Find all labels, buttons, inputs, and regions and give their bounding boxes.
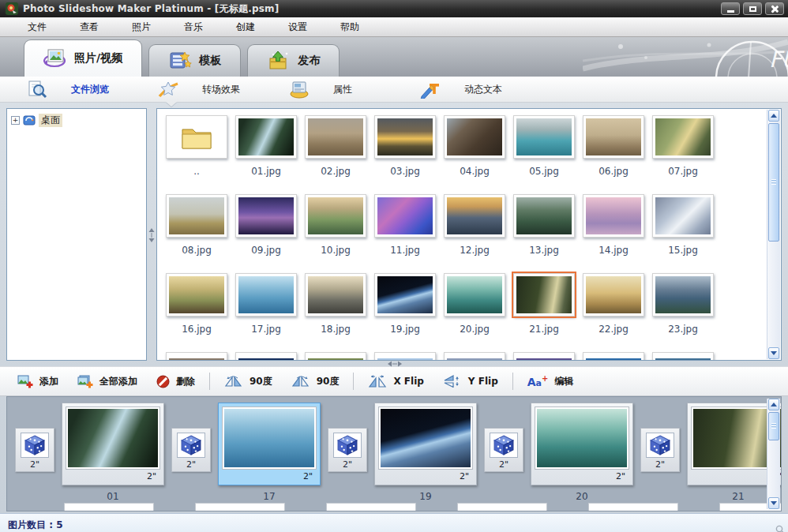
file-item-partial-2[interactable] xyxy=(301,352,370,360)
menu-bar: 文件查看照片音乐创建设置帮助 xyxy=(0,17,788,37)
photo-thumbnail xyxy=(238,118,294,155)
file-item-partial-5[interactable] xyxy=(509,352,579,360)
file-item-partial-4[interactable] xyxy=(440,352,509,360)
transition-item-4[interactable]: 2" xyxy=(640,428,680,472)
transition-item-1[interactable]: 2" xyxy=(171,428,211,472)
transition-item-0[interactable]: 2" xyxy=(15,428,54,472)
file-name: 10.jpg xyxy=(321,245,351,256)
active-section-notch xyxy=(166,102,177,107)
file-item-partial-6[interactable] xyxy=(579,352,648,360)
file-item-9[interactable]: 09.jpg xyxy=(231,194,301,273)
menu-item-3[interactable]: 音乐 xyxy=(167,17,220,36)
file-item-16[interactable]: 16.jpg xyxy=(162,273,231,352)
file-item-8[interactable]: 08.jpg xyxy=(162,194,231,273)
file-name: 05.jpg xyxy=(529,166,559,177)
timeline-row: 2"2"012"2"172"2"192"2"202"2"21 xyxy=(7,397,781,502)
menu-item-5[interactable]: 设置 xyxy=(272,17,324,36)
timeline-slide-1[interactable]: 2"17 xyxy=(218,403,321,502)
ribbon-item-1[interactable]: 转场效果 xyxy=(158,80,289,99)
file-item-20[interactable]: 20.jpg xyxy=(440,273,509,352)
file-item-1[interactable]: 01.jpg xyxy=(231,115,301,194)
ribbon-item-3[interactable]: 动态文本 xyxy=(420,80,551,99)
tree-expand-icon[interactable]: + xyxy=(11,116,20,125)
tree-node-desktop[interactable]: + 桌面 xyxy=(11,114,142,127)
file-item-6[interactable]: 06.jpg xyxy=(579,115,648,194)
add-image-button[interactable]: 添加 xyxy=(8,371,68,392)
file-item-2[interactable]: 02.jpg xyxy=(301,115,370,194)
menu-item-4[interactable]: 创建 xyxy=(220,17,272,36)
file-item-5[interactable]: 05.jpg xyxy=(509,115,579,194)
tab-0[interactable]: 照片/视频 xyxy=(24,39,142,77)
file-item-partial-0[interactable] xyxy=(162,352,231,360)
edit-button[interactable]: Aa+编辑 xyxy=(518,371,583,392)
maximize-button[interactable] xyxy=(743,2,762,15)
tab-1[interactable]: 模板 xyxy=(148,44,241,77)
scroll-down-button[interactable] xyxy=(768,347,779,359)
file-item-12[interactable]: 12.jpg xyxy=(440,194,509,273)
minimize-button[interactable] xyxy=(721,2,740,15)
file-item-7[interactable]: 07.jpg xyxy=(648,115,718,194)
timeline-slide-2[interactable]: 2"19 xyxy=(374,403,477,502)
scroll-down-button[interactable] xyxy=(768,497,779,509)
browser-scrollbar[interactable] xyxy=(767,110,780,359)
scrollbar-thumb[interactable] xyxy=(768,123,779,242)
horizontal-splitter[interactable] xyxy=(0,361,788,366)
timeline-next-row-card xyxy=(588,503,678,511)
menu-item-2[interactable]: 照片 xyxy=(115,17,167,36)
file-item-14[interactable]: 14.jpg xyxy=(579,194,648,273)
file-item-11[interactable]: 11.jpg xyxy=(370,194,440,273)
menu-item-1[interactable]: 查看 xyxy=(63,17,115,36)
folder-icon xyxy=(169,118,224,155)
file-item-17[interactable]: 17.jpg xyxy=(231,273,301,352)
timeline-scrollbar[interactable] xyxy=(767,399,780,509)
file-item-4[interactable]: 04.jpg xyxy=(440,115,509,194)
file-item-partial-3[interactable] xyxy=(370,352,440,360)
timeline-next-row xyxy=(7,503,764,511)
file-item-19[interactable]: 19.jpg xyxy=(370,273,440,352)
transition-item-3[interactable]: 2" xyxy=(484,428,523,472)
transition-item-2[interactable]: 2" xyxy=(328,428,367,472)
file-name: 06.jpg xyxy=(599,166,629,177)
file-item-3[interactable]: 03.jpg xyxy=(370,115,440,194)
timeline-next-row-card xyxy=(457,503,547,511)
arrow-down-icon xyxy=(771,351,777,358)
image-count-text: 图片数目 : 5 xyxy=(8,519,63,532)
timeline-slide-0[interactable]: 2"01 xyxy=(62,403,164,502)
scrollbar-thumb[interactable] xyxy=(768,412,779,440)
file-item-22[interactable]: 22.jpg xyxy=(579,273,648,352)
scroll-up-button[interactable] xyxy=(768,399,779,410)
ribbon-item-0[interactable]: 文件浏览 xyxy=(27,80,158,99)
rotate-right-button[interactable]: 90度 xyxy=(282,371,349,392)
app-window: Photo Slideshow Maker Platinum - [无标题.ps… xyxy=(0,0,788,532)
tab-2[interactable]: 发布 xyxy=(247,44,340,77)
file-item-partial-7[interactable] xyxy=(648,352,718,360)
file-item-15[interactable]: 15.jpg xyxy=(648,194,718,273)
add-all-button[interactable]: 全部添加 xyxy=(68,371,147,392)
y-flip-icon xyxy=(443,375,462,388)
file-item-0[interactable]: .. xyxy=(162,115,231,194)
x-flip-button[interactable]: X Flip xyxy=(358,371,433,392)
add-image-icon xyxy=(17,375,33,388)
close-button[interactable] xyxy=(765,2,784,15)
ribbon-item-2[interactable]: 属性 xyxy=(289,80,420,99)
add-all-icon xyxy=(77,375,93,388)
menu-item-6[interactable]: 帮助 xyxy=(324,17,376,36)
file-name: 21.jpg xyxy=(529,324,559,335)
file-item-23[interactable]: 23.jpg xyxy=(648,273,718,352)
file-item-13[interactable]: 13.jpg xyxy=(509,194,579,273)
toolbar-button-label: Y Flip xyxy=(468,376,498,387)
file-item-21[interactable]: 21.jpg xyxy=(509,273,579,352)
menu-item-0[interactable]: 文件 xyxy=(11,17,63,36)
vertical-splitter[interactable] xyxy=(147,108,156,361)
file-item-10[interactable]: 10.jpg xyxy=(301,194,370,273)
file-item-18[interactable]: 18.jpg xyxy=(301,273,370,352)
file-name: 08.jpg xyxy=(182,245,212,256)
delete-button[interactable]: 删除 xyxy=(147,371,205,392)
y-flip-button[interactable]: Y Flip xyxy=(433,371,508,392)
timeline-slide-3[interactable]: 2"20 xyxy=(531,403,633,502)
file-name: 16.jpg xyxy=(182,324,212,335)
zoom-grip-icon[interactable] xyxy=(775,525,786,532)
file-item-partial-1[interactable] xyxy=(231,352,301,360)
rotate-left-button[interactable]: 90度 xyxy=(215,371,282,392)
scroll-up-button[interactable] xyxy=(768,110,779,122)
